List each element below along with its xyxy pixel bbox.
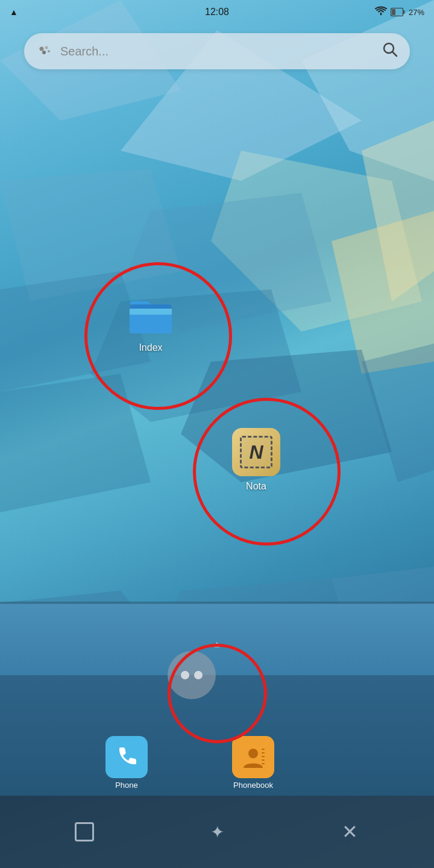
phone-label: Phone (115, 781, 138, 790)
index-icon-img (127, 289, 175, 338)
dock-phone-app[interactable]: Phone (105, 736, 148, 790)
nota-label: Nota (246, 481, 266, 492)
status-time: 12:08 (205, 7, 229, 17)
back-icon: ✕ (342, 822, 358, 841)
navigation-dock: ✦ ✕ (0, 796, 434, 868)
dots-indicator[interactable] (168, 651, 216, 699)
battery-percent: 27% (409, 8, 424, 17)
search-icon[interactable] (382, 42, 398, 61)
home-icon: ✦ (210, 822, 224, 842)
index-label: Index (139, 342, 162, 353)
dot-1 (181, 671, 189, 679)
battery-icon (391, 8, 405, 16)
phone-icon-img (105, 736, 148, 778)
svg-point-21 (40, 47, 44, 51)
search-bar[interactable]: Search... (24, 33, 410, 69)
home-button[interactable]: ✦ (199, 814, 235, 850)
svg-point-23 (48, 50, 50, 52)
phonebook-icon-img (232, 736, 274, 778)
svg-rect-29 (130, 309, 172, 315)
svg-point-24 (42, 51, 46, 54)
svg-point-30 (248, 749, 258, 758)
status-right: 27% (375, 6, 424, 18)
search-placeholder: Search... (60, 45, 382, 58)
wifi-icon (375, 6, 387, 18)
svg-rect-32 (262, 752, 265, 753)
svg-rect-33 (262, 756, 265, 757)
svg-rect-34 (262, 760, 265, 761)
app-icon-nota[interactable]: N Nota (232, 428, 280, 492)
svg-rect-19 (392, 9, 395, 15)
status-bar: ▲ 12:08 27% (0, 0, 434, 24)
dock-phonebook-app[interactable]: Phonebook (232, 736, 274, 790)
back-button[interactable]: ✕ (332, 814, 368, 850)
svg-line-26 (392, 52, 397, 56)
svg-rect-20 (403, 10, 404, 14)
phonebook-label: Phonebook (233, 781, 273, 790)
signal-icon: ▲ (10, 7, 18, 17)
dock-apps-area (0, 675, 434, 796)
svg-marker-10 (181, 350, 392, 482)
svg-rect-31 (262, 749, 265, 750)
dots-indicator-container[interactable] (168, 651, 216, 699)
recents-button[interactable] (66, 814, 102, 850)
app-icon-index[interactable]: Index (127, 289, 175, 353)
search-launcher-icon (36, 42, 54, 60)
nota-icon-img: N (232, 428, 280, 476)
screen-divider (0, 602, 434, 604)
svg-rect-35 (262, 763, 265, 764)
page-up-arrow: ▲ (212, 639, 222, 650)
recents-icon (75, 822, 94, 841)
svg-point-22 (45, 46, 48, 49)
dot-2 (194, 671, 203, 679)
